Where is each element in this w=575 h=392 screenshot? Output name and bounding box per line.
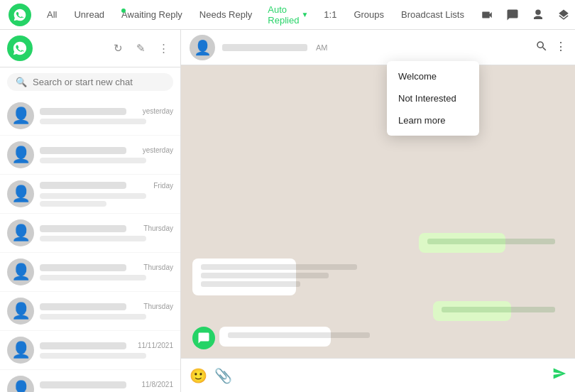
list-item[interactable]: 👤 Thursday — [0, 214, 180, 253]
compose-icon[interactable]: ✎ — [131, 38, 150, 58]
message-icon[interactable] — [503, 5, 522, 25]
chat-header: 👤 AM ⋮ — [181, 30, 575, 65]
refresh-icon[interactable]: ↻ — [108, 38, 128, 58]
more-icon[interactable]: ⋮ — [153, 38, 173, 58]
message-received — [192, 258, 366, 295]
send-icon[interactable] — [552, 366, 566, 384]
layers-icon[interactable] — [554, 5, 574, 25]
nav-icons: 16+ — [477, 5, 575, 25]
dropdown-item-welcome[interactable]: Welcome — [387, 65, 479, 87]
sidebar: ↻ ✎ ⋮ 🔍 👤 yesterday 👤 — [0, 30, 181, 392]
main-content: ↻ ✎ ⋮ 🔍 👤 yesterday 👤 — [0, 30, 575, 392]
search-box[interactable]: 🔍 — [7, 73, 173, 91]
avatar: 👤 — [7, 180, 34, 207]
avatar: 👤 — [7, 376, 34, 392]
chat-header-avatar: 👤 — [190, 35, 215, 60]
dropdown-item-learn-more[interactable]: Learn more — [387, 109, 479, 131]
message-bot — [192, 327, 378, 349]
tab-needs[interactable]: Needs Reply — [192, 6, 259, 23]
sidebar-actions: ↻ ✎ ⋮ — [108, 38, 173, 58]
message-sent-2 — [433, 301, 564, 321]
chat-header-time: AM — [316, 43, 328, 52]
list-item[interactable]: 👤 11/8/2021 — [0, 370, 180, 392]
tab-one-to-one[interactable]: 1:1 — [317, 6, 344, 23]
chat-messages — [181, 65, 575, 358]
avatar: 👤 — [7, 298, 34, 325]
list-item[interactable]: 👤 Thursday — [0, 253, 180, 292]
chat-list: 👤 yesterday 👤 yesterday 👤 — [0, 97, 180, 392]
chat-area: 👤 AM ⋮ — [181, 30, 575, 392]
app-container: All Unread Awaiting Reply Needs Reply Au… — [0, 0, 575, 392]
person-icon[interactable] — [528, 5, 548, 25]
tab-groups[interactable]: Groups — [346, 6, 391, 23]
sidebar-header: ↻ ✎ ⋮ — [0, 30, 180, 67]
list-item[interactable]: 👤 yesterday — [0, 136, 180, 175]
tab-auto-replied[interactable]: Auto Replied ▼ — [262, 1, 314, 28]
avatar: 👤 — [7, 219, 34, 246]
search-input[interactable] — [33, 77, 165, 87]
app-logo[interactable] — [9, 4, 31, 26]
search-chat-icon[interactable] — [535, 40, 548, 55]
chevron-down-icon: ▼ — [301, 11, 308, 18]
tab-unread[interactable]: Unread — [67, 6, 111, 23]
tab-broadcast[interactable]: Broadcast Lists — [394, 6, 471, 23]
message-input[interactable] — [239, 370, 545, 381]
list-item[interactable]: 👤 Friday — [0, 175, 180, 214]
avatar: 👤 — [7, 141, 34, 168]
chat-footer: 🙂 📎 — [181, 358, 575, 392]
chat-header-icons: ⋮ — [535, 40, 566, 55]
attachment-icon[interactable]: 📎 — [214, 367, 232, 384]
video-icon[interactable] — [477, 5, 497, 25]
top-nav: All Unread Awaiting Reply Needs Reply Au… — [0, 0, 575, 30]
avatar: 👤 — [7, 337, 34, 364]
search-icon: 🔍 — [16, 77, 27, 87]
avatar: 👤 — [7, 102, 34, 129]
tab-awaiting[interactable]: Awaiting Reply — [114, 6, 190, 23]
message-sent — [419, 233, 564, 253]
more-chat-icon[interactable]: ⋮ — [555, 40, 566, 55]
avatar: 👤 — [7, 258, 34, 285]
list-item[interactable]: 👤 Thursday — [0, 292, 180, 331]
sidebar-logo — [7, 36, 33, 61]
tab-all[interactable]: All — [40, 6, 64, 23]
list-item[interactable]: 👤 yesterday — [0, 97, 180, 136]
dropdown-item-not-interested[interactable]: Not Interested — [387, 87, 479, 109]
list-item[interactable]: 👤 11/11/2021 — [0, 331, 180, 370]
dropdown-menu: Welcome Not Interested Learn more — [387, 61, 479, 136]
emoji-icon[interactable]: 🙂 — [190, 367, 207, 384]
